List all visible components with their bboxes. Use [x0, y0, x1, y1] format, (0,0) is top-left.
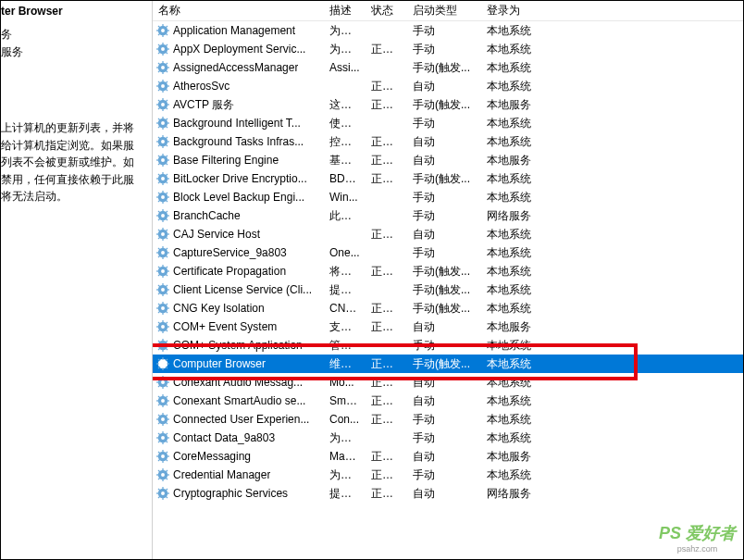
service-row[interactable]: COM+ System Application管理...手动本地系统: [153, 336, 743, 355]
svg-line-46: [158, 100, 160, 102]
service-row[interactable]: Conexant SmartAudio se...Sma...正在...自动本地…: [153, 392, 743, 410]
selected-service-title: ter Browser: [1, 5, 144, 18]
service-row[interactable]: AVCTP 服务这是...正在...手动(触发...本地服务: [153, 95, 743, 114]
service-desc: BDE...: [324, 172, 366, 185]
service-row[interactable]: BranchCache此服...手动网络服务: [153, 206, 743, 225]
svg-point-61: [161, 140, 165, 143]
svg-point-131: [161, 269, 165, 273]
service-startup: 自动: [407, 79, 481, 94]
service-desc: 维护...: [324, 356, 366, 372]
service-startup: 手动(触发...: [407, 171, 481, 187]
service-desc: 提供...: [324, 486, 366, 502]
service-row[interactable]: Cryptographic Services提供...正在...自动网络服务: [153, 484, 743, 503]
header-status[interactable]: 状态: [366, 3, 407, 19]
svg-line-146: [158, 285, 160, 287]
service-startup: 自动: [407, 393, 481, 409]
service-logon: 本地系统: [481, 412, 555, 428]
svg-point-181: [161, 362, 165, 366]
service-desc: 提供...: [324, 282, 366, 298]
service-status: 正在...: [366, 97, 407, 113]
service-name: Conexant Audio Messag...: [173, 376, 303, 389]
service-logon: 本地系统: [481, 245, 555, 261]
service-status: 正在...: [366, 79, 407, 94]
service-logon: 本地系统: [481, 375, 555, 391]
service-row[interactable]: Computer Browser维护...正在...手动(触发...本地系统: [153, 355, 743, 373]
service-row[interactable]: Contact Data_9a803为联...手动本地系统: [153, 429, 743, 447]
svg-line-226: [158, 433, 160, 435]
svg-line-78: [158, 163, 160, 165]
svg-point-121: [161, 251, 165, 255]
service-logon: 本地系统: [481, 430, 555, 446]
service-row[interactable]: AtherosSvc正在...自动本地系统: [153, 77, 743, 95]
action-link-2[interactable]: 服务: [1, 44, 144, 60]
details-panel: ter Browser 务 服务 上计算机的更新列表，并将给计算机指定浏览。如果…: [1, 1, 153, 559]
service-row[interactable]: AppX Deployment Servic...为部...正在...手动本地系…: [153, 40, 743, 58]
service-row[interactable]: Connected User Experien...Con...正在...手动本…: [153, 410, 743, 429]
service-status: 正在...: [366, 486, 407, 502]
service-desc: 为用...: [324, 467, 366, 483]
svg-point-1: [161, 29, 165, 32]
svg-line-87: [166, 181, 167, 183]
service-row[interactable]: CAJ Service Host正在...自动本地系统: [153, 225, 743, 243]
svg-line-147: [166, 292, 167, 294]
svg-line-109: [166, 211, 167, 213]
svg-line-16: [158, 44, 160, 46]
service-logon: 本地系统: [481, 338, 555, 354]
service-name: CoreMessaging: [173, 450, 251, 463]
svg-line-89: [166, 174, 167, 176]
svg-line-238: [158, 459, 160, 461]
service-gear-icon: [156, 43, 169, 56]
service-logon: 本地系统: [481, 467, 555, 483]
service-status: 正在...: [366, 264, 407, 280]
service-row[interactable]: Certificate Propagation将用...正在...手动(触发..…: [153, 262, 743, 280]
service-name: Contact Data_9a803: [173, 431, 275, 444]
svg-point-201: [161, 399, 165, 403]
service-row[interactable]: Base Filtering Engine基本...正在...自动本地服务: [153, 151, 743, 169]
svg-line-157: [166, 311, 167, 313]
service-row[interactable]: CaptureService_9a803One...手动本地系统: [153, 243, 743, 262]
svg-line-186: [158, 359, 160, 361]
header-name[interactable]: 名称: [153, 3, 324, 19]
service-desc: 将用...: [324, 264, 366, 280]
svg-point-241: [161, 473, 165, 477]
svg-line-208: [158, 404, 160, 405]
svg-line-176: [158, 341, 160, 342]
service-row[interactable]: Block Level Backup Engi...Win...手动本地系统: [153, 188, 743, 206]
svg-point-191: [161, 380, 165, 384]
service-row[interactable]: Background Intelligent T...使用...手动本地系统: [153, 114, 743, 132]
service-startup: 手动: [407, 412, 481, 428]
service-desc: 为联...: [324, 430, 366, 446]
svg-line-247: [166, 478, 167, 479]
service-row[interactable]: COM+ Event System支持...正在...自动本地服务: [153, 317, 743, 336]
svg-line-127: [166, 255, 167, 257]
service-logon: 本地服务: [481, 153, 555, 168]
svg-line-169: [166, 322, 167, 324]
service-row[interactable]: CNG Key IsolationCNG...正在...手动(触发...本地系统: [153, 299, 743, 317]
service-row[interactable]: BitLocker Drive Encryptio...BDE...正在...手…: [153, 169, 743, 188]
service-row[interactable]: Credential Manager为用...正在...手动本地系统: [153, 466, 743, 484]
svg-line-158: [158, 311, 160, 313]
svg-line-117: [166, 237, 167, 239]
svg-line-248: [158, 478, 160, 479]
svg-line-56: [158, 118, 160, 120]
action-link-1[interactable]: 务: [1, 27, 144, 43]
service-gear-icon: [156, 487, 169, 500]
svg-line-108: [158, 218, 160, 220]
service-row[interactable]: AssignedAccessManagerAssi...手动(触发...本地系统: [153, 58, 743, 77]
service-logon: 本地系统: [481, 393, 555, 409]
svg-line-179: [166, 341, 167, 342]
service-row[interactable]: Application Management为通...手动本地系统: [153, 21, 743, 40]
svg-line-136: [158, 267, 160, 268]
svg-line-48: [158, 107, 160, 109]
service-row[interactable]: Client License Service (Cli...提供...手动(触发…: [153, 280, 743, 299]
service-startup: 手动(触发...: [407, 356, 481, 372]
svg-point-91: [161, 195, 165, 199]
svg-point-11: [161, 47, 165, 51]
service-row[interactable]: Background Tasks Infras...控制...正在...自动本地…: [153, 132, 743, 151]
service-row[interactable]: CoreMessagingMan...正在...自动本地服务: [153, 447, 743, 466]
header-startup[interactable]: 启动类型: [407, 3, 481, 19]
header-desc[interactable]: 描述: [324, 3, 366, 19]
header-logon[interactable]: 登录为: [481, 3, 555, 19]
service-row[interactable]: Conexant Audio Messag...Mo...正在...自动本地系统: [153, 373, 743, 392]
watermark: PS 爱好者 psahz.com: [659, 522, 736, 554]
